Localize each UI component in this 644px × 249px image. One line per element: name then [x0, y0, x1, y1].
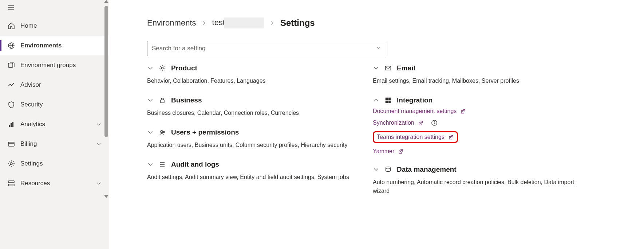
- sidebar-item-label: Environments: [20, 42, 102, 49]
- billing-icon: [7, 140, 15, 148]
- sidebar-item-label: Environment groups: [20, 62, 102, 69]
- sidebar-item-label: Billing: [20, 140, 91, 148]
- sidebar-item-billing[interactable]: Billing: [0, 134, 109, 154]
- scroll-thumb[interactable]: [104, 6, 108, 137]
- sidebar-item-label: Advisor: [20, 81, 102, 89]
- sidebar-item-label: Resources: [20, 180, 91, 187]
- sidebar-item-settings[interactable]: Settings: [0, 154, 109, 174]
- sidebar-scrollbar[interactable]: [104, 0, 109, 249]
- chevron-down-icon: [96, 121, 102, 127]
- hamburger-button[interactable]: [0, 0, 109, 16]
- chevron-down-icon: [96, 141, 102, 147]
- globe-icon: [7, 42, 15, 50]
- sidebar: Home Environments Environment groups Adv…: [0, 0, 109, 249]
- shield-icon: [7, 101, 15, 109]
- home-icon: [7, 22, 15, 30]
- chevron-down-icon: [96, 180, 102, 186]
- sidebar-item-environment-groups[interactable]: Environment groups: [0, 55, 109, 75]
- sidebar-item-resources[interactable]: Resources: [0, 174, 109, 193]
- sidebar-item-environments[interactable]: Environments: [0, 36, 109, 55]
- nav: Home Environments Environment groups Adv…: [0, 16, 109, 249]
- scroll-up-icon[interactable]: [104, 0, 108, 3]
- sidebar-item-home[interactable]: Home: [0, 16, 109, 36]
- sidebar-item-label: Analytics: [20, 121, 91, 128]
- sidebar-item-label: Security: [20, 101, 102, 108]
- analytics-icon: [7, 120, 15, 128]
- advisor-icon: [7, 81, 15, 89]
- gear-icon: [7, 160, 15, 168]
- sidebar-item-label: Home: [20, 22, 102, 30]
- scroll-down-icon[interactable]: [104, 195, 108, 198]
- sidebar-item-security[interactable]: Security: [0, 95, 109, 114]
- sidebar-item-advisor[interactable]: Advisor: [0, 75, 109, 95]
- environment-groups-icon: [7, 61, 15, 69]
- sidebar-item-analytics[interactable]: Analytics: [0, 114, 109, 134]
- resources-icon: [7, 179, 15, 187]
- sidebar-item-label: Settings: [20, 160, 102, 167]
